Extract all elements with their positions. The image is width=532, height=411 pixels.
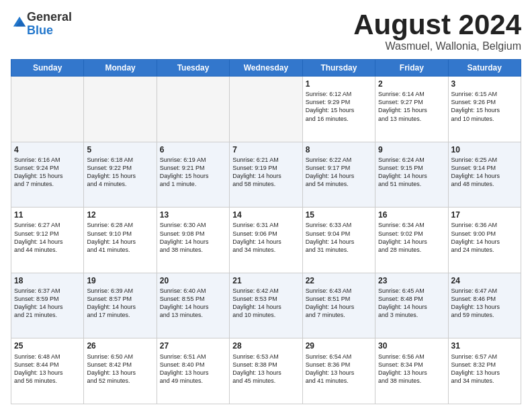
day-info: Sunrise: 6:12 AMSunset: 9:29 PMDaylight:… [306,90,372,123]
day-number: 27 [160,340,226,351]
calendar-week-4: 18Sunrise: 6:37 AMSunset: 8:59 PMDayligh… [11,273,521,338]
day-info: Sunrise: 6:22 AMSunset: 9:17 PMDaylight:… [306,156,372,189]
calendar-cell: 15Sunrise: 6:33 AMSunset: 9:04 PMDayligh… [302,208,375,273]
calendar-cell: 3Sunrise: 6:15 AMSunset: 9:26 PMDaylight… [448,77,521,142]
day-info: Sunrise: 6:14 AMSunset: 9:27 PMDaylight:… [378,90,445,123]
calendar: Sunday Monday Tuesday Wednesday Thursday… [11,59,521,404]
day-info: Sunrise: 6:50 AMSunset: 8:42 PMDaylight:… [87,353,153,385]
calendar-cell: 10Sunrise: 6:25 AMSunset: 9:14 PMDayligh… [448,142,521,208]
calendar-cell: 13Sunrise: 6:30 AMSunset: 9:08 PMDayligh… [157,208,229,273]
calendar-cell: 1Sunrise: 6:12 AMSunset: 9:29 PMDaylight… [302,77,375,142]
day-info: Sunrise: 6:45 AMSunset: 8:48 PMDaylight:… [378,287,445,320]
day-info: Sunrise: 6:48 AMSunset: 8:44 PMDaylight:… [14,353,81,385]
calendar-cell: 12Sunrise: 6:28 AMSunset: 9:10 PMDayligh… [84,208,157,273]
calendar-cell: 20Sunrise: 6:40 AMSunset: 8:55 PMDayligh… [157,273,229,338]
calendar-cell: 14Sunrise: 6:31 AMSunset: 9:06 PMDayligh… [230,208,302,273]
calendar-cell [157,77,229,142]
calendar-cell: 2Sunrise: 6:14 AMSunset: 9:27 PMDaylight… [375,77,448,142]
title-block: August 2024 Wasmuel, Wallonia, Belgium [353,11,521,52]
day-info: Sunrise: 6:57 AMSunset: 8:32 PMDaylight:… [451,353,518,385]
calendar-week-2: 4Sunrise: 6:16 AMSunset: 9:24 PMDaylight… [11,142,521,208]
calendar-cell: 25Sunrise: 6:48 AMSunset: 8:44 PMDayligh… [11,338,84,404]
day-info: Sunrise: 6:40 AMSunset: 8:55 PMDaylight:… [160,287,226,320]
day-number: 7 [232,144,299,155]
day-number: 13 [160,210,226,220]
calendar-cell: 28Sunrise: 6:53 AMSunset: 8:38 PMDayligh… [230,338,302,404]
day-number: 12 [87,210,153,220]
day-number: 28 [232,340,299,351]
day-number: 1 [306,79,372,89]
day-number: 3 [451,79,518,89]
day-info: Sunrise: 6:34 AMSunset: 9:02 PMDaylight:… [378,221,445,254]
calendar-header-row: Sunday Monday Tuesday Wednesday Thursday… [11,60,521,77]
calendar-cell [11,77,84,142]
day-info: Sunrise: 6:33 AMSunset: 9:04 PMDaylight:… [306,221,372,254]
day-info: Sunrise: 6:21 AMSunset: 9:19 PMDaylight:… [232,156,299,189]
day-number: 6 [160,144,226,155]
day-info: Sunrise: 6:42 AMSunset: 8:53 PMDaylight:… [232,287,299,320]
day-number: 14 [232,210,299,220]
day-info: Sunrise: 6:37 AMSunset: 8:59 PMDaylight:… [14,287,81,320]
day-number: 16 [378,210,445,220]
day-info: Sunrise: 6:19 AMSunset: 9:21 PMDaylight:… [160,156,226,189]
calendar-cell: 16Sunrise: 6:34 AMSunset: 9:02 PMDayligh… [375,208,448,273]
col-friday: Friday [375,60,448,77]
col-sunday: Sunday [11,60,84,77]
calendar-cell: 29Sunrise: 6:54 AMSunset: 8:36 PMDayligh… [302,338,375,404]
day-number: 25 [14,340,81,351]
calendar-week-5: 25Sunrise: 6:48 AMSunset: 8:44 PMDayligh… [11,338,521,404]
logo-icon [12,15,27,30]
calendar-cell: 21Sunrise: 6:42 AMSunset: 8:53 PMDayligh… [230,273,302,338]
calendar-week-1: 1Sunrise: 6:12 AMSunset: 9:29 PMDaylight… [11,77,521,142]
day-number: 22 [306,275,372,286]
day-info: Sunrise: 6:43 AMSunset: 8:51 PMDaylight:… [306,287,372,320]
day-number: 10 [451,144,518,155]
day-info: Sunrise: 6:30 AMSunset: 9:08 PMDaylight:… [160,221,226,254]
day-info: Sunrise: 6:27 AMSunset: 9:12 PMDaylight:… [14,221,81,254]
day-number: 9 [378,144,445,155]
day-number: 8 [306,144,372,155]
day-info: Sunrise: 6:56 AMSunset: 8:34 PMDaylight:… [378,353,445,385]
day-info: Sunrise: 6:54 AMSunset: 8:36 PMDaylight:… [306,353,372,385]
calendar-cell: 19Sunrise: 6:39 AMSunset: 8:57 PMDayligh… [84,273,157,338]
day-number: 31 [451,340,518,351]
day-info: Sunrise: 6:18 AMSunset: 9:22 PMDaylight:… [87,156,153,189]
calendar-cell: 4Sunrise: 6:16 AMSunset: 9:24 PMDaylight… [11,142,84,208]
calendar-cell: 22Sunrise: 6:43 AMSunset: 8:51 PMDayligh… [302,273,375,338]
page: General Blue August 2024 Wasmuel, Wallon… [0,0,532,411]
day-number: 17 [451,210,518,220]
day-info: Sunrise: 6:15 AMSunset: 9:26 PMDaylight:… [451,90,518,123]
day-info: Sunrise: 6:16 AMSunset: 9:24 PMDaylight:… [14,156,81,189]
calendar-week-3: 11Sunrise: 6:27 AMSunset: 9:12 PMDayligh… [11,208,521,273]
col-monday: Monday [84,60,157,77]
day-number: 20 [160,275,226,286]
calendar-cell: 17Sunrise: 6:36 AMSunset: 9:00 PMDayligh… [448,208,521,273]
calendar-cell: 11Sunrise: 6:27 AMSunset: 9:12 PMDayligh… [11,208,84,273]
day-info: Sunrise: 6:47 AMSunset: 8:46 PMDaylight:… [451,287,518,320]
calendar-cell: 9Sunrise: 6:24 AMSunset: 9:15 PMDaylight… [375,142,448,208]
day-number: 15 [306,210,372,220]
col-wednesday: Wednesday [230,60,302,77]
col-saturday: Saturday [448,60,521,77]
day-number: 4 [14,144,81,155]
day-info: Sunrise: 6:24 AMSunset: 9:15 PMDaylight:… [378,156,445,189]
day-number: 21 [232,275,299,286]
day-number: 19 [87,275,153,286]
day-info: Sunrise: 6:28 AMSunset: 9:10 PMDaylight:… [87,221,153,254]
logo-blue: Blue [27,24,53,37]
day-number: 24 [451,275,518,286]
calendar-cell: 6Sunrise: 6:19 AMSunset: 9:21 PMDaylight… [157,142,229,208]
day-info: Sunrise: 6:25 AMSunset: 9:14 PMDaylight:… [451,156,518,189]
day-number: 29 [306,340,372,351]
calendar-cell [230,77,302,142]
logo-general: General [27,10,72,24]
calendar-cell: 24Sunrise: 6:47 AMSunset: 8:46 PMDayligh… [448,273,521,338]
header: General Blue August 2024 Wasmuel, Wallon… [11,11,521,52]
logo: General Blue [11,11,72,38]
calendar-cell [84,77,157,142]
col-thursday: Thursday [302,60,375,77]
col-tuesday: Tuesday [157,60,229,77]
day-info: Sunrise: 6:31 AMSunset: 9:06 PMDaylight:… [232,221,299,254]
day-number: 5 [87,144,153,155]
day-number: 23 [378,275,445,286]
